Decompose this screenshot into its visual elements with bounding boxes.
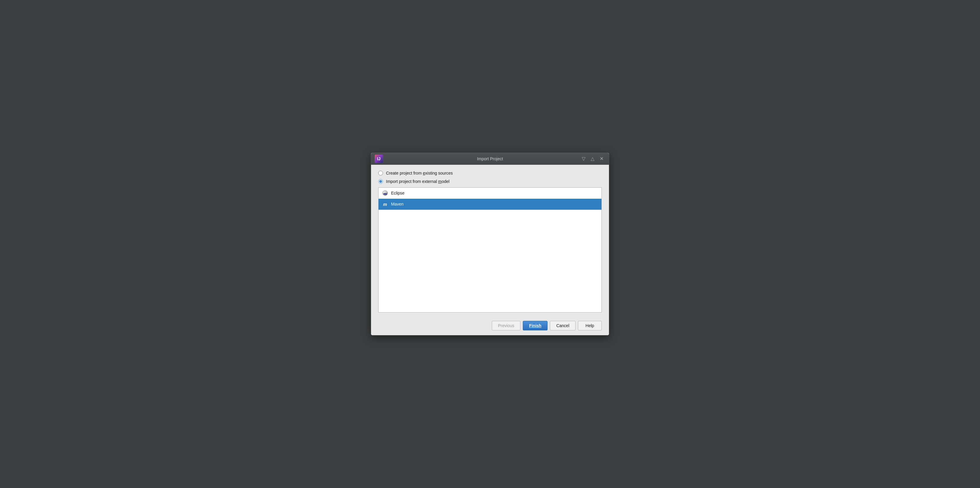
radio-create-existing-label: Create project from existing sources <box>386 171 453 175</box>
maximize-button[interactable]: △ <box>589 155 596 162</box>
finish-button[interactable]: Finish <box>523 321 547 331</box>
dialog-footer: Previous Finish Cancel Help <box>371 317 609 335</box>
title-bar-controls: ▽ △ ✕ <box>580 155 605 162</box>
help-button[interactable]: Help <box>578 321 602 331</box>
title-bar: IJ Import Project ▽ △ ✕ <box>371 153 609 165</box>
model-list: Eclipse m Maven <box>378 188 602 313</box>
radio-create-existing[interactable]: Create project from existing sources <box>378 171 602 175</box>
radio-create-existing-input[interactable] <box>378 171 383 175</box>
previous-button[interactable]: Previous <box>492 321 520 331</box>
import-project-dialog: IJ Import Project ▽ △ ✕ Create project f… <box>371 153 609 335</box>
list-item-maven[interactable]: m Maven <box>379 199 601 210</box>
cancel-button[interactable]: Cancel <box>550 321 576 331</box>
app-icon: IJ <box>375 155 383 163</box>
list-item-eclipse[interactable]: Eclipse <box>379 188 601 199</box>
close-button[interactable]: ✕ <box>598 155 605 162</box>
eclipse-icon <box>382 190 388 196</box>
radio-import-external-label: Import project from external model <box>386 179 449 184</box>
maven-label: Maven <box>391 202 404 207</box>
minimize-button[interactable]: ▽ <box>580 155 587 162</box>
radio-import-external[interactable]: Import project from external model <box>378 179 602 184</box>
radio-import-external-input[interactable] <box>378 179 383 184</box>
dialog-content: Create project from existing sources Imp… <box>371 165 609 317</box>
eclipse-label: Eclipse <box>391 191 404 196</box>
title-bar-left: IJ <box>375 155 383 163</box>
maven-icon: m <box>382 201 388 207</box>
dialog-title: Import Project <box>477 156 503 161</box>
